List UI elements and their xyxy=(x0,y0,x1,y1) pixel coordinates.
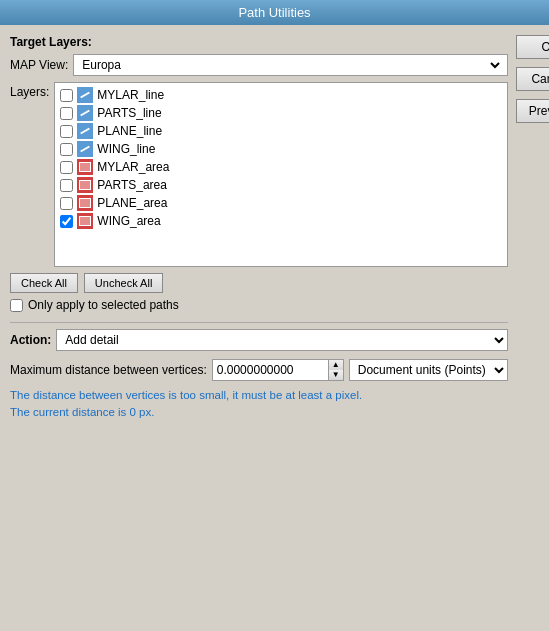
line-icon xyxy=(77,141,93,157)
line-icon xyxy=(77,105,93,121)
layer-item[interactable]: PLANE_area xyxy=(58,194,503,212)
distance-label: Maximum distance between vertices: xyxy=(10,363,207,377)
side-buttons: OK Cancel Preview xyxy=(516,35,549,422)
title-bar: Path Utilities xyxy=(0,0,549,25)
layer-name: PARTS_line xyxy=(97,106,161,120)
line-icon xyxy=(77,123,93,139)
layers-label: Layers: xyxy=(10,82,49,267)
error-text: The distance between vertices is too sma… xyxy=(10,387,508,422)
check-buttons-row: Check All Uncheck All xyxy=(10,273,508,293)
layer-checkbox-3[interactable] xyxy=(60,143,73,156)
map-view-select-wrap[interactable]: Europa xyxy=(73,54,508,76)
layer-item[interactable]: PLANE_line xyxy=(58,122,503,140)
layer-item[interactable]: PARTS_line xyxy=(58,104,503,122)
error-line1: The distance between vertices is too sma… xyxy=(10,387,508,404)
layer-item[interactable]: WING_area xyxy=(58,212,503,230)
layer-name: PLANE_area xyxy=(97,196,167,210)
action-row: Action: Add detailRemove detailFlatten b… xyxy=(10,329,508,351)
layer-item[interactable]: MYLAR_area xyxy=(58,158,503,176)
layer-checkbox-0[interactable] xyxy=(60,89,73,102)
layer-name: PLANE_line xyxy=(97,124,162,138)
distance-row: Maximum distance between vertices: ▲ ▼ D… xyxy=(10,359,508,381)
action-select-wrap: Add detailRemove detailFlatten beziersFl… xyxy=(56,329,507,351)
layer-name: MYLAR_line xyxy=(97,88,164,102)
only-paths-label: Only apply to selected paths xyxy=(28,298,179,312)
units-dropdown[interactable]: Document units (Points)pxmmcminpt xyxy=(349,359,508,381)
distance-input-wrap: ▲ ▼ xyxy=(212,359,344,381)
action-label: Action: xyxy=(10,333,51,347)
cancel-button[interactable]: Cancel xyxy=(516,67,549,91)
map-view-row: MAP View: Europa xyxy=(10,54,508,76)
ok-button[interactable]: OK xyxy=(516,35,549,59)
layer-name: WING_area xyxy=(97,214,160,228)
layer-name: PARTS_area xyxy=(97,178,167,192)
layer-checkbox-6[interactable] xyxy=(60,197,73,210)
layer-checkbox-4[interactable] xyxy=(60,161,73,174)
dialog-title: Path Utilities xyxy=(238,5,310,20)
layer-checkbox-7[interactable] xyxy=(60,215,73,228)
layer-name: WING_line xyxy=(97,142,155,156)
target-layers-label: Target Layers: xyxy=(10,35,508,49)
units-select-wrap: Document units (Points)pxmmcminpt xyxy=(349,359,508,381)
area-icon xyxy=(77,195,93,211)
map-view-label: MAP View: xyxy=(10,58,68,72)
distance-input[interactable] xyxy=(213,361,328,379)
error-line2: The current distance is 0 px. xyxy=(10,404,508,421)
layers-list: MYLAR_linePARTS_linePLANE_lineWING_lineM… xyxy=(54,82,507,267)
separator xyxy=(10,322,508,323)
uncheck-all-button[interactable]: Uncheck All xyxy=(84,273,163,293)
only-paths-checkbox[interactable] xyxy=(10,299,23,312)
spin-down-button[interactable]: ▼ xyxy=(329,370,343,380)
dialog-body: Target Layers: MAP View: Europa Layers: … xyxy=(0,25,549,432)
layer-item[interactable]: PARTS_area xyxy=(58,176,503,194)
preview-button[interactable]: Preview xyxy=(516,99,549,123)
layer-checkbox-1[interactable] xyxy=(60,107,73,120)
only-paths-row: Only apply to selected paths xyxy=(10,298,508,312)
area-icon xyxy=(77,159,93,175)
layer-checkbox-2[interactable] xyxy=(60,125,73,138)
spin-up-button[interactable]: ▲ xyxy=(329,360,343,370)
map-view-dropdown[interactable]: Europa xyxy=(78,57,503,73)
layer-checkbox-5[interactable] xyxy=(60,179,73,192)
main-panel: Target Layers: MAP View: Europa Layers: … xyxy=(10,35,508,422)
layer-item[interactable]: WING_line xyxy=(58,140,503,158)
action-dropdown[interactable]: Add detailRemove detailFlatten beziersFl… xyxy=(56,329,507,351)
line-icon xyxy=(77,87,93,103)
layer-name: MYLAR_area xyxy=(97,160,169,174)
layers-row: Layers: MYLAR_linePARTS_linePLANE_lineWI… xyxy=(10,82,508,267)
check-all-button[interactable]: Check All xyxy=(10,273,78,293)
spin-buttons: ▲ ▼ xyxy=(328,360,343,380)
area-icon xyxy=(77,213,93,229)
layer-item[interactable]: MYLAR_line xyxy=(58,86,503,104)
area-icon xyxy=(77,177,93,193)
